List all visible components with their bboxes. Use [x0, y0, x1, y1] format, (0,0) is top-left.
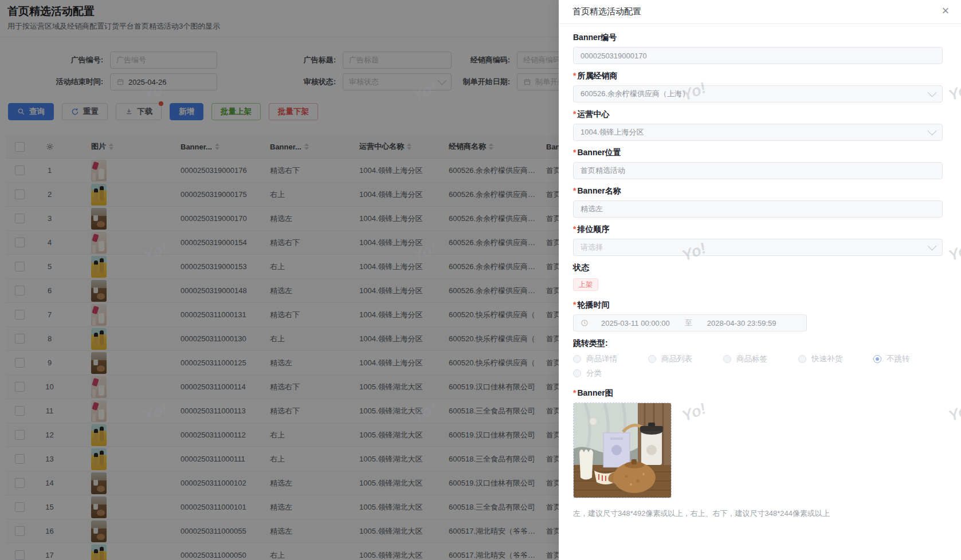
carousel-range-picker[interactable]: 2025-03-11 00:00:00 至 2028-04-30 23:59:5… — [573, 314, 807, 332]
radio-icon — [723, 355, 731, 363]
op-center-value: 1004.领锋上海分区 — [580, 127, 644, 137]
required-star: * — [573, 388, 576, 397]
radio-label: 商品列表 — [661, 354, 692, 364]
op-center-select[interactable]: 1004.领锋上海分区 — [573, 124, 943, 141]
banner-image-label: *Banner图 — [573, 387, 943, 399]
jump-radio-4[interactable]: 快速补货 — [798, 352, 873, 366]
banner-position-value: 首页精选活动 — [580, 165, 625, 176]
field-rank-order: *排位顺序 请选择 — [573, 223, 943, 256]
banner-name-input[interactable]: 精选左 — [573, 200, 943, 218]
rank-order-select[interactable]: 请选择 — [573, 239, 943, 256]
jump-radio-1[interactable]: 商品详情 — [573, 352, 648, 366]
drawer-title: 首页精选活动配置 — [572, 6, 641, 17]
radio-label: 商品标签 — [736, 354, 767, 364]
carousel-time-label: *轮播时间 — [573, 299, 943, 310]
radio-label: 分类 — [586, 368, 602, 378]
chevron-down-icon — [928, 241, 937, 250]
jump-radio-5[interactable]: 不跳转 — [873, 352, 948, 366]
jump-radio-6[interactable]: 分类 — [573, 366, 648, 380]
banner-name-value: 精选左 — [580, 204, 603, 214]
required-star: * — [573, 224, 576, 234]
dealer-label: *所属经销商 — [573, 70, 943, 81]
rank-order-label: *排位顺序 — [573, 223, 943, 235]
field-op-center: *运营中心 1004.领锋上海分区 — [573, 108, 943, 141]
field-banner-no: Banner编号 0000250319000170 — [573, 31, 943, 64]
jump-radio-2[interactable]: 商品列表 — [648, 352, 723, 366]
banner-no-value: 0000250319000170 — [580, 52, 647, 60]
required-star: * — [573, 148, 576, 157]
field-banner-name: *Banner名称 精选左 — [573, 185, 943, 218]
image-size-hint: 左，建议尺寸348*492像素或以上，右上、右下，建议尺寸348*244像素或以… — [573, 508, 943, 519]
dealer-value: 600526.余余柠檬供应商（上海） — [580, 89, 689, 99]
required-star: * — [573, 300, 576, 309]
app-root: 首页精选活动配置 用于按运营区域及经销商配置订货平台首页精选活动3个图的显示 广… — [0, 0, 961, 560]
required-star: * — [573, 109, 576, 119]
jump-type-label: 跳转类型: — [573, 337, 943, 349]
close-icon[interactable]: × — [938, 3, 953, 18]
clock-icon — [580, 319, 589, 327]
drawer-body: Banner编号 0000250319000170 *所属经销商 600526.… — [559, 24, 961, 519]
banner-position-input[interactable]: 首页精选活动 — [573, 162, 943, 179]
field-status: 状态 上架 — [573, 262, 943, 291]
drawer-header: 首页精选活动配置 × — [559, 0, 961, 24]
banner-no-label: Banner编号 — [573, 31, 943, 43]
rank-order-placeholder: 请选择 — [580, 242, 603, 253]
jump-type-radio-group: 商品详情商品列表商品标签快速补货不跳转分类 — [573, 352, 951, 380]
banner-no-input[interactable]: 0000250319000170 — [573, 47, 943, 64]
radio-icon — [873, 355, 881, 363]
field-banner-image: *Banner图 — [573, 387, 943, 498]
banner-position-label: *Banner位置 — [573, 147, 943, 158]
banner-image-preview[interactable] — [573, 403, 672, 498]
status-badge: 上架 — [573, 278, 598, 291]
chevron-down-icon — [928, 88, 937, 97]
op-center-label: *运营中心 — [573, 108, 943, 120]
radio-icon — [798, 355, 806, 363]
banner-detail-drawer: 首页精选活动配置 × Banner编号 0000250319000170 *所属… — [559, 0, 961, 560]
jump-radio-3[interactable]: 商品标签 — [723, 352, 798, 366]
banner-photo — [574, 403, 671, 498]
radio-icon — [573, 369, 581, 377]
field-banner-position: *Banner位置 首页精选活动 — [573, 147, 943, 179]
required-star: * — [573, 71, 576, 80]
radio-icon — [573, 355, 581, 363]
field-jump-type: 跳转类型: 商品详情商品列表商品标签快速补货不跳转分类 — [573, 337, 943, 380]
banner-name-label: *Banner名称 — [573, 185, 943, 196]
required-star: * — [573, 186, 576, 195]
radio-label: 不跳转 — [887, 354, 910, 364]
carousel-end: 2028-04-30 23:59:59 — [707, 319, 776, 328]
status-label: 状态 — [573, 262, 943, 273]
field-dealer: *所属经销商 600526.余余柠檬供应商（上海） — [573, 70, 943, 102]
radio-icon — [648, 355, 656, 363]
radio-label: 快速补货 — [811, 354, 842, 364]
chevron-down-icon — [928, 126, 937, 135]
radio-label: 商品详情 — [586, 354, 617, 364]
carousel-start: 2025-03-11 00:00:00 — [601, 319, 670, 328]
range-separator: 至 — [685, 318, 692, 328]
dealer-select[interactable]: 600526.余余柠檬供应商（上海） — [573, 85, 943, 102]
field-carousel-time: *轮播时间 2025-03-11 00:00:00 至 2028-04-30 2… — [573, 299, 943, 332]
